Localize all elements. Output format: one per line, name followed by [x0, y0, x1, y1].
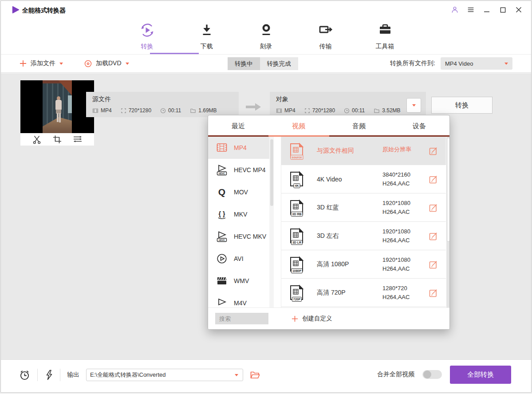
- merge-videos-toggle[interactable]: [422, 370, 442, 379]
- edit-preset-icon[interactable]: [429, 175, 438, 184]
- resolution-icon: [121, 108, 126, 114]
- effects-adjust-icon[interactable]: [73, 134, 83, 144]
- nav-label-convert: 转换: [141, 43, 154, 51]
- edit-preset-icon[interactable]: [429, 203, 438, 212]
- output-path-caret-icon: [235, 374, 238, 376]
- hevc-play-icon: HEVC: [216, 164, 228, 176]
- format-item-avi[interactable]: AVI: [208, 248, 269, 270]
- open-folder-icon[interactable]: [250, 370, 260, 380]
- preset-hd-720p[interactable]: 720P 高清 720P 1280*720H264,AAC: [281, 279, 446, 307]
- output-path-select[interactable]: E:\全能格式转换器\Converted: [86, 369, 243, 381]
- tab-recent[interactable]: 最近: [208, 115, 268, 137]
- preset-same-as-source[interactable]: source 与源文件相同 原始分辨率: [281, 137, 446, 165]
- output-path-value: E:\全能格式转换器\Converted: [90, 371, 166, 379]
- load-dvd-button[interactable]: 加载DVD: [84, 55, 129, 72]
- preset-panel-footer: 创建自定义: [208, 307, 449, 329]
- row-convert-button[interactable]: 转换: [431, 97, 493, 114]
- edit-preset-icon[interactable]: [429, 288, 438, 297]
- close-icon[interactable]: [514, 5, 523, 14]
- tab-audio[interactable]: 音频: [329, 115, 389, 137]
- maximize-icon[interactable]: [498, 5, 507, 14]
- trim-scissors-icon[interactable]: [32, 134, 42, 144]
- titlebar: 全能格式转换器: [1, 1, 531, 19]
- target-format-caret-icon: [504, 63, 508, 65]
- toolbar: 添加文件 加载DVD 转换中 转换完成 转换所有文件到: MP4 Video: [1, 55, 531, 73]
- minimize-icon[interactable]: [482, 5, 491, 14]
- tab-device[interactable]: 设备: [389, 115, 449, 137]
- nav-tab-transfer[interactable]: 传输: [307, 22, 345, 51]
- format-item-m4v[interactable]: M4V: [208, 292, 269, 308]
- target-preset-caret-icon: [412, 104, 416, 106]
- preset-3d-left-right[interactable]: 3D LR 3D 左右 1920*1080H264,AAC: [281, 222, 446, 250]
- preset-4k-video[interactable]: 4K 4K Video 3840*2160H264,AAC: [281, 165, 446, 193]
- high-speed-bolt-icon[interactable]: [44, 370, 53, 380]
- target-preset-dropdown-button[interactable]: [406, 98, 421, 113]
- hevc-play-icon: HEVC: [216, 231, 228, 242]
- source-size: 1.69MB: [198, 107, 217, 114]
- load-dvd-label: 加载DVD: [96, 59, 122, 67]
- app-window: 全能格式转换器: [0, 0, 532, 393]
- format-list: MP4 HEVC HEVC MP4 Q MOV { } MKV: [208, 137, 269, 308]
- target-format: MP4: [284, 107, 296, 114]
- edit-preset-icon[interactable]: [429, 146, 438, 155]
- source-duration: 00:11: [168, 107, 181, 114]
- video-thumbnail[interactable]: [20, 80, 94, 146]
- format-item-mp4[interactable]: MP4: [208, 137, 269, 159]
- source-title: 源文件: [92, 95, 233, 103]
- download-icon: [199, 22, 215, 40]
- svg-text:HEVC: HEVC: [219, 239, 225, 241]
- add-file-label: 添加文件: [31, 59, 55, 67]
- svg-text:HEVC: HEVC: [219, 172, 225, 175]
- nav-tab-download[interactable]: 下载: [188, 22, 226, 51]
- main-nav: 转换 下载 刻录: [1, 19, 531, 55]
- format-item-wmv[interactable]: WMV: [208, 270, 269, 292]
- target-format-select[interactable]: MP4 Video: [441, 57, 512, 70]
- source-resolution: 720*1280: [129, 107, 151, 114]
- content-area: 源文件 MP4 720*1280 00:11 1.69MB 对象 MP4 720…: [1, 73, 531, 359]
- 3d-lr-doc-icon: 3D LR: [288, 228, 305, 244]
- plus-icon: [292, 315, 298, 322]
- 1080p-doc-icon: 1080P: [288, 256, 305, 273]
- footer-divider: [60, 369, 60, 381]
- convert-all-button[interactable]: 全部转换: [450, 366, 511, 384]
- format-item-hevc-mp4[interactable]: HEVC HEVC MP4: [208, 159, 269, 181]
- clapperboard-icon: [216, 275, 228, 287]
- crop-icon[interactable]: [52, 134, 62, 144]
- format-item-mov[interactable]: Q MOV: [208, 181, 269, 203]
- create-custom-button[interactable]: 创建自定义: [292, 313, 332, 324]
- convert-arrow-icon: [246, 102, 262, 113]
- preset-3d-red-blue[interactable]: 3D RB 3D 红蓝 1920*1080H264,AAC: [281, 193, 446, 222]
- 720p-doc-icon: 720P: [288, 284, 305, 301]
- search-input[interactable]: [215, 313, 268, 324]
- nav-tab-convert[interactable]: 转换: [128, 22, 166, 51]
- preset-scrollbar[interactable]: [446, 137, 449, 308]
- target-duration: 00:11: [352, 107, 365, 114]
- target-file-panel: 对象 MP4 720*1280 00:11 3.52MB: [270, 92, 426, 117]
- add-file-button[interactable]: 添加文件: [20, 55, 63, 72]
- account-icon[interactable]: [450, 5, 459, 14]
- duration-icon: [344, 108, 350, 114]
- target-title: 对象: [276, 95, 421, 103]
- merge-videos-label: 合并全部视频: [377, 370, 414, 378]
- tab-video[interactable]: 视频: [268, 115, 329, 137]
- edit-preset-icon[interactable]: [429, 232, 438, 240]
- 4k-doc-icon: 4K: [288, 171, 305, 188]
- tab-converting[interactable]: 转换中: [228, 57, 260, 70]
- format-item-hevc-mkv[interactable]: HEVC HEVC MKV: [208, 225, 269, 248]
- footer: 输出 E:\全能格式转换器\Converted 合并全部视频 全部转换: [1, 359, 531, 392]
- schedule-clock-icon[interactable]: [19, 369, 31, 381]
- menu-icon[interactable]: [466, 5, 475, 14]
- nav-tab-burn[interactable]: 刻录: [247, 22, 285, 51]
- edit-preset-icon[interactable]: [429, 260, 438, 269]
- film-icon: [92, 108, 99, 114]
- format-scrollbar[interactable]: [269, 137, 274, 308]
- tab-finished[interactable]: 转换完成: [260, 57, 298, 70]
- play-circle-icon: [216, 253, 228, 264]
- preset-hd-1080p[interactable]: 1080P 高清 1080P 1920*1080H264,AAC: [281, 250, 446, 279]
- size-icon: [190, 108, 196, 114]
- toolbox-icon: [377, 22, 393, 40]
- nav-tab-toolbox[interactable]: 工具箱: [366, 22, 404, 51]
- preset-panel-tabs: 最近 视频 音频 设备: [208, 115, 449, 137]
- nav-label-burn: 刻录: [260, 43, 272, 51]
- format-item-mkv[interactable]: { } MKV: [208, 203, 269, 225]
